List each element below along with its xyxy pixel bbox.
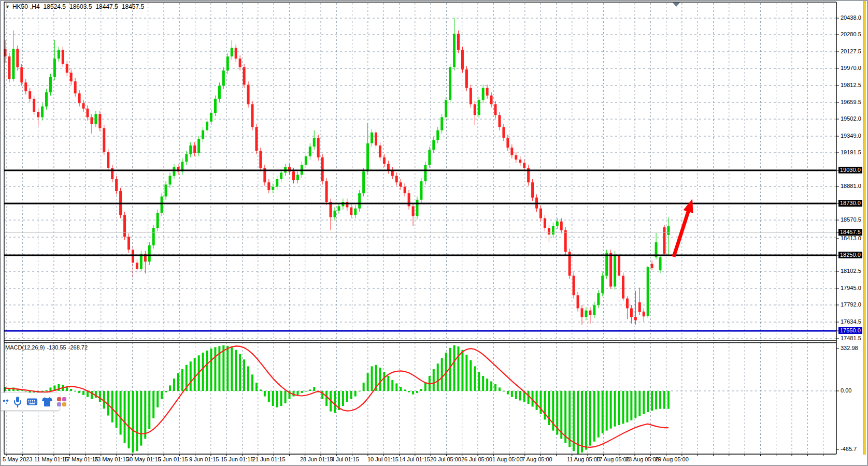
price-chart-canvas[interactable] <box>1 1 868 466</box>
candlestick <box>408 193 410 206</box>
candlestick <box>395 176 398 183</box>
candlestick <box>474 104 476 115</box>
right-edge-highlight-stripe <box>863 1 866 455</box>
candlestick <box>103 128 105 152</box>
candlestick <box>539 209 542 219</box>
candlestick <box>276 179 278 187</box>
candlestick <box>123 215 126 237</box>
time-axis-label: 1 Aug 05:00 <box>492 456 523 462</box>
shirt-icon[interactable] <box>41 396 53 407</box>
keyboard-icon[interactable] <box>26 396 38 407</box>
price-axis-label: 17634.5 <box>841 318 861 325</box>
candlestick <box>445 100 447 118</box>
time-axis-label: 14 Jul 01:15 <box>399 456 430 462</box>
macd-histogram-bar <box>593 391 595 442</box>
candlestick <box>206 122 208 130</box>
candlestick <box>499 115 501 127</box>
macd-histogram-bar <box>536 391 538 410</box>
macd-histogram-bar <box>519 391 521 400</box>
candlestick <box>404 187 406 194</box>
candlestick <box>29 91 31 99</box>
candlestick <box>231 48 233 56</box>
macd-histogram-bar <box>140 391 142 446</box>
macd-histogram-bar <box>606 391 608 431</box>
price-axis-label: 19349.0 <box>841 133 861 139</box>
price-axis-label: 18102.5 <box>841 268 861 274</box>
candlestick <box>140 254 143 269</box>
macd-histogram-bar <box>190 361 192 391</box>
candlestick <box>202 130 204 139</box>
macd-histogram-bar <box>458 346 460 391</box>
macd-histogram-bar <box>449 348 451 391</box>
candlestick <box>161 196 163 212</box>
price-axis-label: 17792.0 <box>841 301 861 308</box>
candlestick <box>193 145 196 153</box>
candlestick <box>573 276 575 296</box>
candlestick <box>453 34 456 67</box>
candlestick <box>494 104 497 115</box>
macd-histogram-bar <box>181 369 183 391</box>
candlestick <box>667 226 670 235</box>
more-icon[interactable] <box>2 396 9 407</box>
macd-histogram-bar <box>420 389 422 391</box>
price-axis-label: 18570.5 <box>841 216 861 223</box>
candlestick <box>387 164 390 171</box>
macd-histogram-bar <box>194 358 196 391</box>
candlestick <box>634 317 637 320</box>
macd-histogram-bar <box>152 391 154 418</box>
candlestick <box>510 148 513 155</box>
macd-histogram-bar <box>148 391 150 429</box>
time-axis-label: 30 May 01:15 <box>126 456 161 462</box>
price-axis-label: 17945.0 <box>841 285 861 292</box>
macd-axis-label: -465.7 <box>841 446 857 453</box>
symbol-dropdown-icon[interactable]: ▼ <box>5 4 10 9</box>
apps-grid-icon[interactable] <box>56 396 67 407</box>
candlestick <box>292 171 295 180</box>
macd-histogram-bar <box>235 350 237 391</box>
price-axis-label: 19502.0 <box>841 115 861 122</box>
macd-histogram-bar <box>255 383 258 391</box>
candlestick <box>239 59 241 67</box>
macd-histogram-bar <box>95 391 97 398</box>
macd-histogram-bar <box>630 391 632 420</box>
macd-histogram-bar <box>647 391 649 412</box>
candlestick <box>626 299 629 309</box>
macd-histogram-bar <box>585 391 587 450</box>
symbol-timeframe-label[interactable]: HK50-,H4 <box>12 3 40 10</box>
macd-histogram-bar <box>359 391 361 391</box>
candlestick <box>556 222 559 226</box>
candlestick <box>189 145 192 154</box>
candlestick <box>148 245 151 261</box>
extension-toolbar <box>0 392 60 411</box>
macd-histogram-bar <box>528 391 530 404</box>
candlestick <box>560 222 563 230</box>
candlestick <box>152 228 155 245</box>
macd-axis-label: 332.98 <box>841 345 858 352</box>
ohlc-high: 18603.5 <box>69 3 92 10</box>
candlestick <box>366 143 369 172</box>
macd-histogram-bar <box>667 391 670 409</box>
candlestick <box>280 172 282 179</box>
microphone-icon[interactable] <box>12 396 23 407</box>
candlestick <box>210 113 212 122</box>
macd-histogram-bar <box>618 391 620 425</box>
macd-histogram-bar <box>251 374 253 391</box>
candlestick <box>16 49 19 67</box>
candlestick <box>185 154 188 162</box>
candlestick <box>235 48 237 59</box>
macd-histogram-bar <box>161 391 163 399</box>
candlestick <box>465 69 468 88</box>
candlestick <box>424 165 426 181</box>
candlestick <box>82 103 85 108</box>
chart-shift-marker-icon <box>673 3 680 7</box>
candlestick <box>383 157 386 164</box>
macd-histogram-bar <box>494 384 496 391</box>
candlestick <box>544 218 546 228</box>
candlestick <box>457 34 460 50</box>
candlestick <box>502 127 505 138</box>
price-axis-label: 18413.0 <box>841 235 861 242</box>
candlestick <box>638 302 641 312</box>
candlestick <box>601 276 604 294</box>
candlestick <box>296 175 299 180</box>
candlestick <box>53 59 56 77</box>
